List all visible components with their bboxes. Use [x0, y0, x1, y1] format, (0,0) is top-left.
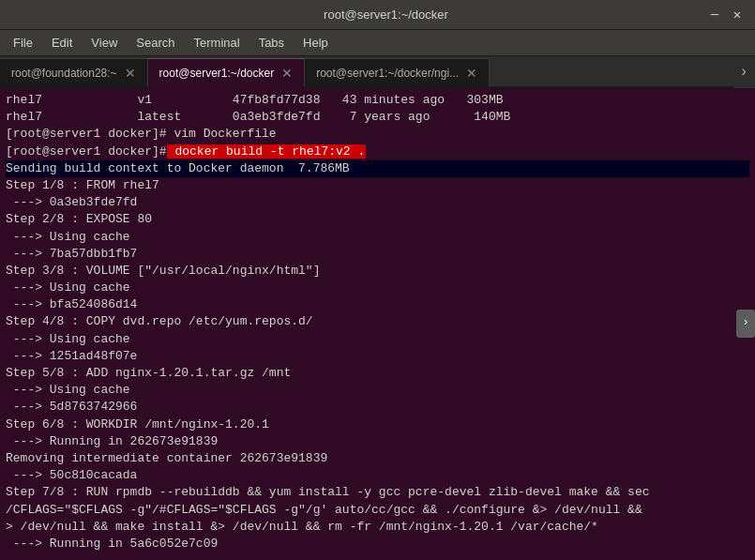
tab-expand-button[interactable]: › [732, 56, 755, 88]
terminal-pre: rhel7 v1 47fb8fd77d38 43 minutes ago 303… [6, 92, 749, 552]
tab-1[interactable]: root@foundation28:~ ✕ [0, 58, 148, 86]
scrollbar-right-arrow[interactable]: › [736, 310, 755, 338]
tab-3-label: root@server1:~/docker/ngi... [316, 67, 459, 80]
menu-tabs[interactable]: Tabs [251, 34, 292, 52]
tab-2-label: root@server1:~/docker [159, 67, 275, 80]
menu-terminal[interactable]: Terminal [187, 34, 248, 52]
tab-2-close[interactable]: ✕ [281, 67, 293, 80]
menu-view[interactable]: View [83, 34, 125, 52]
tab-2[interactable]: root@server1:~/docker ✕ [148, 58, 306, 86]
terminal-content: rhel7 v1 47fb8fd77d38 43 minutes ago 303… [0, 88, 755, 558]
close-button[interactable]: ✕ [729, 7, 746, 23]
menu-file[interactable]: File [6, 34, 40, 52]
tab-1-label: root@foundation28:~ [11, 67, 117, 80]
menubar: File Edit View Search Terminal Tabs Help [0, 30, 755, 56]
titlebar: root@server1:~/docker ─ ✕ [0, 0, 755, 30]
window-controls[interactable]: ─ ✕ [706, 7, 746, 23]
tabbar: root@foundation28:~ ✕ root@server1:~/doc… [0, 56, 755, 88]
menu-help[interactable]: Help [295, 34, 336, 52]
window-title: root@server1:~/docker [66, 8, 706, 22]
tab-3[interactable]: root@server1:~/docker/ngi... ✕ [305, 58, 490, 86]
tab-1-close[interactable]: ✕ [125, 67, 136, 80]
menu-search[interactable]: Search [128, 34, 182, 52]
menu-edit[interactable]: Edit [44, 34, 80, 52]
minimize-button[interactable]: ─ [706, 7, 723, 23]
tab-3-close[interactable]: ✕ [466, 67, 477, 80]
